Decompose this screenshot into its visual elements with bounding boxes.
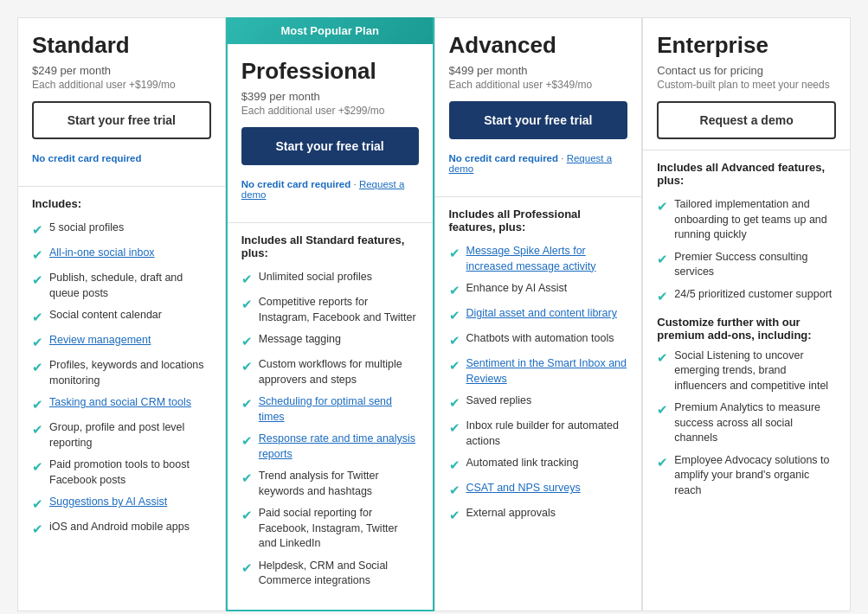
feature-link[interactable]: Digital asset and content library xyxy=(466,307,617,319)
feature-text: Response rate and time analysis reports xyxy=(259,432,419,462)
feature-item: ✔Tasking and social CRM tools xyxy=(32,395,211,413)
feature-item: ✔Review management xyxy=(32,333,211,351)
check-icon: ✔ xyxy=(32,221,43,239)
feature-link[interactable]: Message Spike Alerts for increased messa… xyxy=(466,245,596,272)
plan-name-standard: Standard xyxy=(32,32,211,59)
feature-link[interactable]: Response rate and time analysis reports xyxy=(259,432,415,460)
feature-item: ✔Scheduling for optimal send times xyxy=(241,394,419,425)
plan-note-professional: No credit card required · Request a demo xyxy=(241,174,419,212)
feature-text: Tasking and social CRM tools xyxy=(49,395,191,411)
feature-link[interactable]: Suggestions by AI Assist xyxy=(49,496,167,508)
feature-item: ✔Social content calendar xyxy=(32,308,211,326)
features-section-enterprise: Includes all Advanced features, plus:✔Ta… xyxy=(643,161,850,611)
feature-item: ✔Group, profile and post level reporting xyxy=(32,420,211,451)
check-icon: ✔ xyxy=(449,356,460,374)
check-icon: ✔ xyxy=(32,495,43,513)
plan-contact-enterprise: Contact us for pricing xyxy=(657,64,836,77)
feature-text: 5 social profiles xyxy=(49,221,124,236)
cta-button-standard[interactable]: Start your free trial xyxy=(32,101,211,139)
plan-extra-advanced: Each additional user +$349/mo xyxy=(449,79,628,91)
plan-card-professional: Most Popular PlanProfessional$399 per mo… xyxy=(226,17,434,611)
feature-text: Automated link tracking xyxy=(466,456,579,471)
features-header-professional: Includes all Standard features, plus: xyxy=(241,233,419,259)
feature-link[interactable]: All-in-one social inbox xyxy=(49,246,155,259)
plan-note-standard: No credit card required xyxy=(32,148,211,176)
feature-text: Inbox rule builder for automated actions xyxy=(466,419,628,449)
feature-item: ✔Custom workflows for multiple approvers… xyxy=(241,357,419,387)
check-icon: ✔ xyxy=(657,453,668,471)
check-icon: ✔ xyxy=(449,306,460,324)
addons-header-enterprise: Customize further with our premium add-o… xyxy=(657,316,836,342)
feature-text: Premier Success consulting services xyxy=(674,250,836,280)
feature-link[interactable]: Tasking and social CRM tools xyxy=(49,396,191,408)
feature-item: ✔Message tagging xyxy=(241,332,419,350)
features-section-standard: Includes:✔5 social profiles✔All-in-one s… xyxy=(18,197,225,611)
plan-card-enterprise: EnterpriseContact us for pricingCustom-b… xyxy=(642,17,851,611)
check-icon: ✔ xyxy=(241,469,253,487)
feature-text: Paid promotion tools to boost Facebook p… xyxy=(49,457,211,488)
no-cc-label-standard: No credit card required xyxy=(32,153,142,163)
feature-link[interactable]: Review management xyxy=(49,334,151,346)
check-icon: ✔ xyxy=(449,506,460,524)
addon-text: Employee Advocacy solutions to amplify y… xyxy=(674,453,836,499)
plan-header-advanced: Advanced$499 per monthEach additional us… xyxy=(435,18,642,196)
features-header-advanced: Includes all Professional features, plus… xyxy=(449,208,628,233)
feature-link[interactable]: Scheduling for optimal send times xyxy=(259,395,392,423)
feature-text: Tailored implementation and onboarding t… xyxy=(674,197,836,243)
feature-item: ✔CSAT and NPS surveys xyxy=(449,481,628,499)
feature-text: Group, profile and post level reporting xyxy=(49,420,211,451)
cta-button-advanced[interactable]: Start your free trial xyxy=(449,101,628,139)
feature-item: ✔Digital asset and content library xyxy=(449,306,628,324)
feature-text: Digital asset and content library xyxy=(466,306,617,322)
check-icon: ✔ xyxy=(449,331,460,349)
features-header-standard: Includes: xyxy=(32,197,211,210)
check-icon: ✔ xyxy=(32,395,43,413)
plan-header-professional: Professional$399 per monthEach additiona… xyxy=(228,44,433,222)
cta-button-enterprise[interactable]: Request a demo xyxy=(657,101,836,139)
plan-header-enterprise: EnterpriseContact us for pricingCustom-b… xyxy=(643,18,850,150)
feature-item: ✔Helpdesk, CRM and Social Commerce integ… xyxy=(241,559,419,589)
feature-link[interactable]: Sentiment in the Smart Inbox and Reviews xyxy=(466,357,627,385)
check-icon: ✔ xyxy=(241,270,253,288)
feature-item: ✔Enhance by AI Assist xyxy=(449,281,628,299)
check-icon: ✔ xyxy=(241,295,253,313)
feature-item: ✔Tailored implementation and onboarding … xyxy=(657,197,836,243)
feature-text: Enhance by AI Assist xyxy=(466,281,568,297)
check-icon: ✔ xyxy=(32,308,43,326)
feature-item: ✔Premier Success consulting services xyxy=(657,250,836,280)
feature-item: ✔Automated link tracking xyxy=(449,456,628,474)
check-icon: ✔ xyxy=(657,400,668,419)
feature-text: External approvals xyxy=(466,506,556,521)
check-icon: ✔ xyxy=(657,349,668,367)
feature-text: Review management xyxy=(49,333,151,349)
check-icon: ✔ xyxy=(32,520,43,538)
feature-item: ✔Response rate and time analysis reports xyxy=(241,432,419,462)
feature-item: ✔5 social profiles xyxy=(32,221,211,239)
feature-text: Saved replies xyxy=(466,393,532,409)
check-icon: ✔ xyxy=(241,432,253,450)
feature-item: ✔Profiles, keywords and locations monito… xyxy=(32,358,211,388)
check-icon: ✔ xyxy=(241,332,253,350)
plan-card-standard: Standard$249 per monthEach additional us… xyxy=(17,17,226,611)
feature-text: Message tagging xyxy=(259,332,341,348)
plan-card-advanced: Advanced$499 per monthEach additional us… xyxy=(434,17,643,611)
check-icon: ✔ xyxy=(241,357,253,375)
feature-text: Chatbots with automation tools xyxy=(466,331,614,347)
feature-link[interactable]: CSAT and NPS surveys xyxy=(466,482,581,494)
addon-item: ✔Premium Analytics to measure success ac… xyxy=(657,400,836,446)
feature-text: Unlimited social profiles xyxy=(259,270,372,285)
feature-text: Publish, schedule, draft and queue posts xyxy=(49,271,211,301)
feature-item: ✔Chatbots with automation tools xyxy=(449,331,628,349)
plan-name-enterprise: Enterprise xyxy=(657,32,836,59)
feature-item: ✔All-in-one social inbox xyxy=(32,246,211,264)
feature-item: ✔Trend analysis for Twitter keywords and… xyxy=(241,469,419,499)
features-section-advanced: Includes all Professional features, plus… xyxy=(435,208,642,611)
feature-item: ✔Sentiment in the Smart Inbox and Review… xyxy=(449,356,628,387)
feature-item: ✔iOS and Android mobile apps xyxy=(32,520,211,538)
cta-button-professional[interactable]: Start your free trial xyxy=(241,127,419,165)
addon-text: Premium Analytics to measure success acr… xyxy=(674,400,836,446)
feature-item: ✔External approvals xyxy=(449,506,628,524)
check-icon: ✔ xyxy=(241,394,253,413)
feature-item: ✔Paid promotion tools to boost Facebook … xyxy=(32,457,211,488)
feature-text: Scheduling for optimal send times xyxy=(259,394,419,425)
